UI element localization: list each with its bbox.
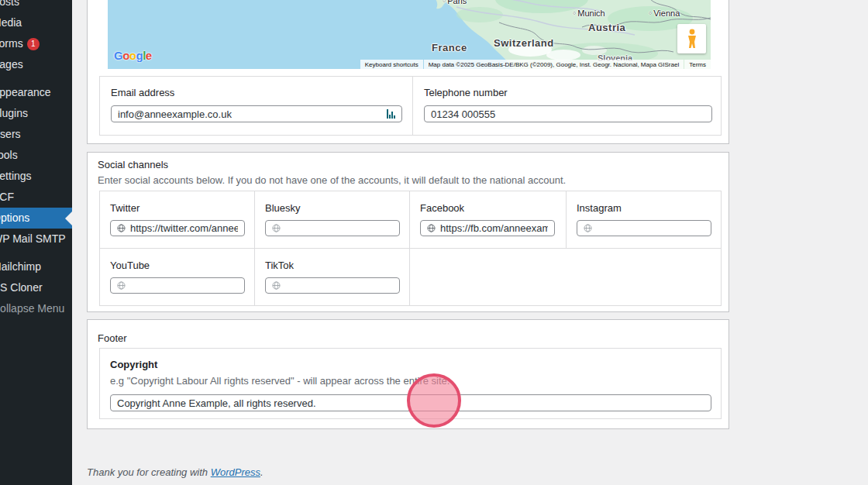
sidebar-item-tools[interactable]: Tools <box>0 145 72 166</box>
sidebar-item-posts[interactable]: Posts <box>0 0 72 12</box>
sidebar-item-collapse-menu[interactable]: Collapse Menu <box>0 298 72 319</box>
social-channels-description: Enter social accounts below. If you do n… <box>98 174 566 186</box>
sidebar-item-options-active[interactable]: Options <box>0 208 72 229</box>
copyright-field-group: Copyright e.g "Copyright Labour All righ… <box>99 348 722 419</box>
sidebar-separator <box>0 75 72 82</box>
telephone-label: Telephone number <box>424 87 712 98</box>
map-data-attribution: Map data ©2025 GeoBasis-DE/BKG (©2009), … <box>424 60 684 69</box>
bluesky-url-field[interactable] <box>265 220 400 236</box>
empty-grid-cell <box>410 249 722 306</box>
map-label-paris: Paris <box>443 0 467 5</box>
map-label-switzerland: Switzerland <box>494 37 554 49</box>
forms-count-badge: 1 <box>27 38 40 50</box>
twitter-label: Twitter <box>110 202 244 214</box>
copyright-description: e.g "Copyright Labour All rights reserve… <box>110 375 711 387</box>
email-field-cell: Email address info@anneexample.co.uk <box>100 77 413 135</box>
social-fields-grid: Twitter https://twitter.com/anneexample … <box>99 191 722 306</box>
map-label-france: France <box>432 42 467 53</box>
wordpress-link[interactable]: WordPress <box>211 466 260 478</box>
email-label: Email address <box>111 87 401 98</box>
instagram-label: Instagram <box>577 202 711 214</box>
youtube-url-field[interactable] <box>110 277 245 294</box>
wordpress-admin-page: Posts Media Forms1 Pages Appearance Plug… <box>0 0 868 485</box>
map-label-vienna: Vienna <box>649 9 680 18</box>
email-field[interactable]: info@anneexample.co.uk <box>111 105 402 122</box>
wordpress-thanks-text: Thank you for creating with WordPress. <box>87 466 264 478</box>
sidebar-item-ns-cloner[interactable]: NS Cloner <box>0 277 72 298</box>
sidebar-item-pages[interactable]: Pages <box>0 54 72 75</box>
map-terms-link[interactable]: Terms <box>684 60 711 69</box>
tiktok-field-cell: TikTok <box>255 249 410 306</box>
sidebar-item-media[interactable]: Media <box>0 12 72 33</box>
pegman-icon <box>686 29 698 49</box>
sidebar-item-plugins[interactable]: Plugins <box>0 103 72 124</box>
instagram-url-field[interactable] <box>577 220 711 236</box>
copyright-field[interactable]: Copyright Anne Example, all rights reser… <box>110 394 711 411</box>
google-map[interactable]: Paris Slovakia Munich Vienna Austria Swi… <box>108 0 711 69</box>
google-maps-logo: Google <box>114 49 152 62</box>
telephone-field[interactable]: 01234 000555 <box>424 105 712 122</box>
pegman-streetview-control[interactable] <box>677 24 706 53</box>
bluesky-field-cell: Bluesky <box>255 191 410 249</box>
keyboard-shortcuts-button[interactable]: Keyboard shortcuts <box>360 60 423 69</box>
globe-icon <box>272 224 281 232</box>
copyright-label: Copyright <box>110 359 711 370</box>
contact-details-panel: Paris Slovakia Munich Vienna Austria Swi… <box>87 0 729 144</box>
sidebar-separator <box>0 249 72 256</box>
social-channels-heading: Social channels <box>98 159 168 170</box>
sidebar-item-mailchimp[interactable]: Mailchimp <box>0 256 72 277</box>
facebook-field-cell: Facebook https://fb.com/anneexample <box>410 191 567 249</box>
globe-icon <box>272 281 281 290</box>
globe-icon <box>117 224 126 232</box>
youtube-label: YouTube <box>110 260 244 271</box>
sidebar-item-forms[interactable]: Forms1 <box>0 33 72 54</box>
phone-field-cell: Telephone number 01234 000555 <box>413 77 723 135</box>
bluesky-label: Bluesky <box>265 202 399 214</box>
admin-sidebar: Posts Media Forms1 Pages Appearance Plug… <box>0 0 72 485</box>
sidebar-item-settings[interactable]: Settings <box>0 166 72 187</box>
sidebar-item-users[interactable]: Users <box>0 124 72 145</box>
twitter-url-field[interactable]: https://twitter.com/anneexample <box>110 220 245 236</box>
map-label-austria: Austria <box>588 22 625 33</box>
contact-fields-group: Email address info@anneexample.co.uk Tel… <box>99 76 722 136</box>
footer-settings-panel: Footer Copyright e.g "Copyright Labour A… <box>87 319 729 429</box>
globe-icon <box>117 281 126 290</box>
tiktok-label: TikTok <box>265 260 399 271</box>
facebook-url-field[interactable]: https://fb.com/anneexample <box>420 220 555 236</box>
globe-icon <box>584 224 592 232</box>
globe-icon <box>427 224 436 232</box>
facebook-label: Facebook <box>420 202 556 214</box>
password-manager-icon[interactable] <box>387 109 395 119</box>
active-item-arrow <box>65 212 72 225</box>
sidebar-item-acf[interactable]: ACF <box>0 187 72 208</box>
footer-heading: Footer <box>98 332 127 344</box>
sidebar-item-wp-mail-smtp[interactable]: WP Mail SMTP <box>0 229 72 249</box>
map-attribution-bar: Keyboard shortcuts Map data ©2025 GeoBas… <box>360 60 711 69</box>
youtube-field-cell: YouTube <box>100 249 255 306</box>
twitter-field-cell: Twitter https://twitter.com/anneexample <box>100 191 255 249</box>
social-channels-panel: Social channels Enter social accounts be… <box>87 152 729 312</box>
sidebar-item-appearance[interactable]: Appearance <box>0 82 72 103</box>
map-label-munich: Munich <box>573 9 605 18</box>
instagram-field-cell: Instagram <box>567 191 722 249</box>
tiktok-url-field[interactable] <box>265 277 400 294</box>
